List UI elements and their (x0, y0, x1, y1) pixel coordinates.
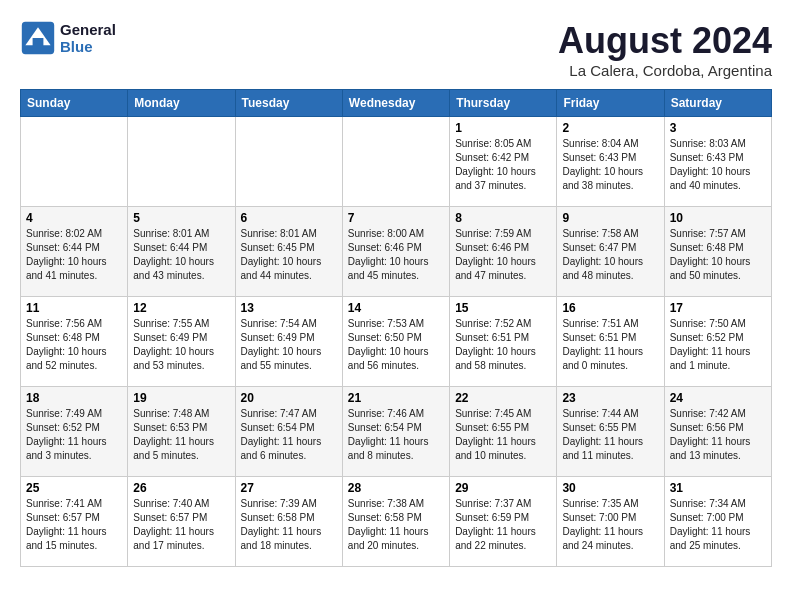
weekday-header-thursday: Thursday (450, 90, 557, 117)
svg-rect-2 (33, 38, 44, 47)
day-number: 28 (348, 481, 444, 495)
day-info: Sunrise: 8:02 AM Sunset: 6:44 PM Dayligh… (26, 227, 122, 283)
calendar-cell: 5Sunrise: 8:01 AM Sunset: 6:44 PM Daylig… (128, 207, 235, 297)
day-info: Sunrise: 8:01 AM Sunset: 6:44 PM Dayligh… (133, 227, 229, 283)
day-number: 1 (455, 121, 551, 135)
day-info: Sunrise: 7:35 AM Sunset: 7:00 PM Dayligh… (562, 497, 658, 553)
day-info: Sunrise: 7:58 AM Sunset: 6:47 PM Dayligh… (562, 227, 658, 283)
calendar-cell: 12Sunrise: 7:55 AM Sunset: 6:49 PM Dayli… (128, 297, 235, 387)
weekday-header-friday: Friday (557, 90, 664, 117)
main-title: August 2024 (558, 20, 772, 62)
day-number: 23 (562, 391, 658, 405)
day-number: 26 (133, 481, 229, 495)
day-info: Sunrise: 8:01 AM Sunset: 6:45 PM Dayligh… (241, 227, 337, 283)
day-info: Sunrise: 7:56 AM Sunset: 6:48 PM Dayligh… (26, 317, 122, 373)
calendar-cell: 14Sunrise: 7:53 AM Sunset: 6:50 PM Dayli… (342, 297, 449, 387)
weekday-header-sunday: Sunday (21, 90, 128, 117)
day-number: 24 (670, 391, 766, 405)
day-number: 22 (455, 391, 551, 405)
logo: General Blue (20, 20, 116, 56)
day-info: Sunrise: 8:05 AM Sunset: 6:42 PM Dayligh… (455, 137, 551, 193)
calendar-header-row: SundayMondayTuesdayWednesdayThursdayFrid… (21, 90, 772, 117)
calendar-week-5: 25Sunrise: 7:41 AM Sunset: 6:57 PM Dayli… (21, 477, 772, 567)
day-number: 9 (562, 211, 658, 225)
day-number: 19 (133, 391, 229, 405)
day-number: 12 (133, 301, 229, 315)
calendar-cell: 15Sunrise: 7:52 AM Sunset: 6:51 PM Dayli… (450, 297, 557, 387)
title-block: August 2024 La Calera, Cordoba, Argentin… (558, 20, 772, 79)
day-number: 2 (562, 121, 658, 135)
day-number: 30 (562, 481, 658, 495)
day-number: 25 (26, 481, 122, 495)
day-info: Sunrise: 8:03 AM Sunset: 6:43 PM Dayligh… (670, 137, 766, 193)
day-info: Sunrise: 7:47 AM Sunset: 6:54 PM Dayligh… (241, 407, 337, 463)
day-info: Sunrise: 7:52 AM Sunset: 6:51 PM Dayligh… (455, 317, 551, 373)
calendar-cell: 17Sunrise: 7:50 AM Sunset: 6:52 PM Dayli… (664, 297, 771, 387)
calendar-cell (235, 117, 342, 207)
calendar-week-2: 4Sunrise: 8:02 AM Sunset: 6:44 PM Daylig… (21, 207, 772, 297)
calendar-cell: 26Sunrise: 7:40 AM Sunset: 6:57 PM Dayli… (128, 477, 235, 567)
day-number: 18 (26, 391, 122, 405)
calendar-cell: 3Sunrise: 8:03 AM Sunset: 6:43 PM Daylig… (664, 117, 771, 207)
day-number: 14 (348, 301, 444, 315)
day-info: Sunrise: 7:38 AM Sunset: 6:58 PM Dayligh… (348, 497, 444, 553)
day-number: 11 (26, 301, 122, 315)
day-info: Sunrise: 7:34 AM Sunset: 7:00 PM Dayligh… (670, 497, 766, 553)
calendar-cell (342, 117, 449, 207)
day-number: 29 (455, 481, 551, 495)
day-info: Sunrise: 7:48 AM Sunset: 6:53 PM Dayligh… (133, 407, 229, 463)
day-info: Sunrise: 8:04 AM Sunset: 6:43 PM Dayligh… (562, 137, 658, 193)
weekday-header-tuesday: Tuesday (235, 90, 342, 117)
day-info: Sunrise: 7:51 AM Sunset: 6:51 PM Dayligh… (562, 317, 658, 373)
calendar-cell: 9Sunrise: 7:58 AM Sunset: 6:47 PM Daylig… (557, 207, 664, 297)
calendar-cell: 11Sunrise: 7:56 AM Sunset: 6:48 PM Dayli… (21, 297, 128, 387)
day-info: Sunrise: 7:50 AM Sunset: 6:52 PM Dayligh… (670, 317, 766, 373)
day-info: Sunrise: 7:57 AM Sunset: 6:48 PM Dayligh… (670, 227, 766, 283)
subtitle: La Calera, Cordoba, Argentina (558, 62, 772, 79)
page-header: General Blue August 2024 La Calera, Cord… (20, 20, 772, 79)
day-number: 17 (670, 301, 766, 315)
calendar-cell: 16Sunrise: 7:51 AM Sunset: 6:51 PM Dayli… (557, 297, 664, 387)
day-number: 3 (670, 121, 766, 135)
calendar-cell: 31Sunrise: 7:34 AM Sunset: 7:00 PM Dayli… (664, 477, 771, 567)
day-number: 10 (670, 211, 766, 225)
day-number: 15 (455, 301, 551, 315)
calendar-cell (128, 117, 235, 207)
calendar-cell: 22Sunrise: 7:45 AM Sunset: 6:55 PM Dayli… (450, 387, 557, 477)
day-info: Sunrise: 7:44 AM Sunset: 6:55 PM Dayligh… (562, 407, 658, 463)
day-info: Sunrise: 7:45 AM Sunset: 6:55 PM Dayligh… (455, 407, 551, 463)
day-number: 5 (133, 211, 229, 225)
calendar-cell: 20Sunrise: 7:47 AM Sunset: 6:54 PM Dayli… (235, 387, 342, 477)
weekday-header-monday: Monday (128, 90, 235, 117)
calendar-cell: 8Sunrise: 7:59 AM Sunset: 6:46 PM Daylig… (450, 207, 557, 297)
day-number: 7 (348, 211, 444, 225)
day-info: Sunrise: 7:54 AM Sunset: 6:49 PM Dayligh… (241, 317, 337, 373)
day-number: 27 (241, 481, 337, 495)
day-info: Sunrise: 7:46 AM Sunset: 6:54 PM Dayligh… (348, 407, 444, 463)
calendar-cell: 24Sunrise: 7:42 AM Sunset: 6:56 PM Dayli… (664, 387, 771, 477)
weekday-header-saturday: Saturday (664, 90, 771, 117)
day-info: Sunrise: 7:40 AM Sunset: 6:57 PM Dayligh… (133, 497, 229, 553)
calendar-cell: 29Sunrise: 7:37 AM Sunset: 6:59 PM Dayli… (450, 477, 557, 567)
day-info: Sunrise: 7:53 AM Sunset: 6:50 PM Dayligh… (348, 317, 444, 373)
calendar-cell: 21Sunrise: 7:46 AM Sunset: 6:54 PM Dayli… (342, 387, 449, 477)
day-number: 8 (455, 211, 551, 225)
day-number: 16 (562, 301, 658, 315)
day-number: 13 (241, 301, 337, 315)
calendar-cell: 18Sunrise: 7:49 AM Sunset: 6:52 PM Dayli… (21, 387, 128, 477)
calendar-cell: 2Sunrise: 8:04 AM Sunset: 6:43 PM Daylig… (557, 117, 664, 207)
day-info: Sunrise: 7:59 AM Sunset: 6:46 PM Dayligh… (455, 227, 551, 283)
calendar-cell (21, 117, 128, 207)
calendar-cell: 23Sunrise: 7:44 AM Sunset: 6:55 PM Dayli… (557, 387, 664, 477)
calendar-cell: 30Sunrise: 7:35 AM Sunset: 7:00 PM Dayli… (557, 477, 664, 567)
day-info: Sunrise: 7:37 AM Sunset: 6:59 PM Dayligh… (455, 497, 551, 553)
calendar-table: SundayMondayTuesdayWednesdayThursdayFrid… (20, 89, 772, 567)
calendar-cell: 4Sunrise: 8:02 AM Sunset: 6:44 PM Daylig… (21, 207, 128, 297)
calendar-cell: 10Sunrise: 7:57 AM Sunset: 6:48 PM Dayli… (664, 207, 771, 297)
day-info: Sunrise: 8:00 AM Sunset: 6:46 PM Dayligh… (348, 227, 444, 283)
day-info: Sunrise: 7:41 AM Sunset: 6:57 PM Dayligh… (26, 497, 122, 553)
day-info: Sunrise: 7:55 AM Sunset: 6:49 PM Dayligh… (133, 317, 229, 373)
day-number: 21 (348, 391, 444, 405)
calendar-cell: 1Sunrise: 8:05 AM Sunset: 6:42 PM Daylig… (450, 117, 557, 207)
logo-text: General Blue (60, 21, 116, 55)
